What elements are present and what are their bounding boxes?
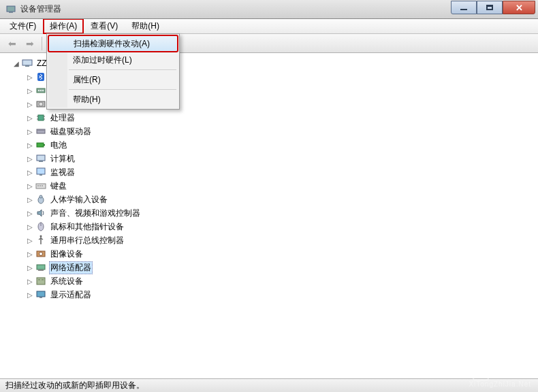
svg-rect-20 bbox=[37, 155, 45, 161]
svg-rect-2 bbox=[22, 60, 32, 65]
svg-rect-26 bbox=[39, 185, 41, 186]
tree-node-label: 通用串行总线控制器 bbox=[49, 234, 125, 247]
sound-icon bbox=[35, 208, 46, 218]
dropdown-item-label: 帮助(H) bbox=[73, 94, 101, 105]
forward-button[interactable]: ➡ bbox=[22, 36, 38, 51]
app-icon bbox=[5, 4, 16, 15]
bluetooth-icon bbox=[35, 71, 46, 82]
svg-rect-36 bbox=[38, 270, 44, 271]
expander-icon[interactable]: ◢ bbox=[12, 59, 20, 67]
svg-point-10 bbox=[39, 102, 43, 106]
arrow-right-icon: ➡ bbox=[26, 38, 34, 49]
expander-icon[interactable]: ▷ bbox=[26, 86, 34, 95]
tree-node-label: 系统设备 bbox=[49, 275, 84, 288]
hid-icon bbox=[35, 194, 46, 205]
back-button[interactable]: ⬅ bbox=[4, 36, 20, 51]
tree-node[interactable]: ▷计算机 bbox=[25, 152, 537, 165]
svg-rect-16 bbox=[37, 129, 45, 133]
port-icon bbox=[35, 85, 46, 96]
svg-rect-40 bbox=[37, 291, 45, 297]
dropdown-scan-hardware[interactable]: 扫描检测硬件改动(A) bbox=[48, 35, 178, 52]
dropdown-properties[interactable]: 属性(R) bbox=[48, 71, 178, 88]
menu-help[interactable]: 帮助(H) bbox=[125, 18, 166, 34]
menu-action[interactable]: 操作(A) bbox=[43, 18, 84, 34]
dropdown-item-label: 添加过时硬件(L) bbox=[73, 54, 132, 66]
close-button[interactable]: ✕ bbox=[503, 1, 535, 14]
expander-icon[interactable]: ▷ bbox=[26, 277, 34, 285]
tree-node-label: 声音、视频和游戏控制器 bbox=[49, 207, 142, 220]
toolbar-separator bbox=[42, 37, 42, 50]
expander-icon[interactable]: ▷ bbox=[26, 100, 34, 108]
svg-rect-39 bbox=[42, 279, 44, 280]
expander-icon[interactable]: ▷ bbox=[26, 114, 34, 122]
tree-node[interactable]: ▷电池 bbox=[25, 138, 537, 152]
tree-node[interactable]: ▷处理器 bbox=[25, 111, 537, 125]
svg-rect-37 bbox=[37, 278, 45, 284]
dropdown-separator bbox=[69, 69, 176, 70]
keyboard-icon bbox=[35, 180, 46, 191]
tree-node[interactable]: ▷网络适配器 bbox=[25, 261, 537, 274]
svg-rect-23 bbox=[39, 174, 42, 176]
svg-rect-38 bbox=[38, 279, 40, 280]
window-controls: ✕ bbox=[451, 1, 535, 14]
titlebar: 设备管理器 ✕ bbox=[0, 0, 538, 19]
svg-rect-4 bbox=[37, 73, 44, 81]
svg-rect-19 bbox=[44, 144, 45, 146]
battery-icon bbox=[35, 140, 46, 150]
expander-icon[interactable]: ▷ bbox=[26, 223, 34, 231]
dropdown-item-label: 扫描检测硬件改动(A) bbox=[74, 38, 150, 50]
expander-icon[interactable]: ▷ bbox=[26, 141, 34, 149]
tree-node[interactable]: ▷鼠标和其他指针设备 bbox=[25, 220, 537, 233]
tree-node[interactable]: ▷人体学输入设备 bbox=[25, 193, 537, 206]
expander-icon[interactable]: ▷ bbox=[26, 195, 34, 203]
tree-node-label: 人体学输入设备 bbox=[49, 193, 109, 206]
disk-icon bbox=[35, 99, 46, 110]
expander-icon[interactable]: ▷ bbox=[26, 236, 34, 244]
monitor-icon bbox=[35, 167, 46, 178]
dropdown-item-label: 属性(R) bbox=[73, 74, 101, 86]
expander-icon[interactable]: ▷ bbox=[26, 250, 34, 258]
menubar: 文件(F) 操作(A) 查看(V) 帮助(H) bbox=[0, 19, 538, 34]
expander-icon[interactable]: ▷ bbox=[26, 73, 34, 81]
tree-node[interactable]: ▷声音、视频和游戏控制器 bbox=[25, 206, 537, 220]
tree-node-label: 磁盘驱动器 bbox=[49, 125, 93, 138]
tree-node[interactable]: ▷监视器 bbox=[25, 165, 537, 179]
dropdown-add-legacy[interactable]: 添加过时硬件(L) bbox=[48, 52, 178, 68]
maximize-button[interactable] bbox=[477, 1, 503, 14]
menu-view[interactable]: 查看(V) bbox=[84, 18, 125, 34]
svg-point-8 bbox=[42, 90, 44, 91]
tree-node[interactable]: ▷显示适配器 bbox=[25, 288, 537, 301]
menu-file[interactable]: 文件(F) bbox=[3, 18, 43, 34]
tree-node[interactable]: ▷通用串行总线控制器 bbox=[25, 233, 537, 247]
svg-rect-35 bbox=[37, 265, 45, 270]
svg-rect-27 bbox=[42, 185, 43, 186]
expander-icon[interactable]: ▷ bbox=[26, 209, 34, 217]
expander-icon[interactable]: ▷ bbox=[26, 263, 34, 272]
svg-rect-41 bbox=[39, 297, 42, 298]
computer-icon bbox=[22, 58, 33, 69]
expander-icon[interactable]: ▷ bbox=[26, 291, 34, 299]
usb-icon bbox=[35, 235, 46, 246]
tree-node[interactable]: ▷系统设备 bbox=[25, 274, 537, 288]
svg-rect-3 bbox=[25, 65, 29, 67]
display-icon bbox=[35, 289, 46, 300]
svg-point-34 bbox=[39, 252, 43, 256]
computer-icon bbox=[35, 153, 46, 164]
svg-point-29 bbox=[39, 195, 42, 198]
expander-icon[interactable]: ▷ bbox=[26, 127, 34, 135]
dropdown-help[interactable]: 帮助(H) bbox=[48, 91, 178, 108]
tree-node-label: 网络适配器 bbox=[49, 261, 93, 274]
tree-node[interactable]: ▷键盘 bbox=[25, 179, 537, 193]
svg-rect-21 bbox=[39, 161, 43, 162]
tree-node-label: 电池 bbox=[49, 139, 68, 152]
svg-rect-0 bbox=[7, 6, 15, 12]
tree-node[interactable]: ▷磁盘驱动器 bbox=[25, 125, 537, 138]
tree-node-label: 图像设备 bbox=[49, 248, 84, 261]
tree-node[interactable]: ▷图像设备 bbox=[25, 247, 537, 261]
minimize-button[interactable] bbox=[451, 1, 477, 14]
svg-rect-1 bbox=[9, 12, 13, 13]
expander-icon[interactable]: ▷ bbox=[26, 168, 34, 176]
tree-node-label: 鼠标和其他指针设备 bbox=[49, 220, 125, 233]
expander-icon[interactable]: ▷ bbox=[26, 182, 34, 190]
expander-icon[interactable]: ▷ bbox=[26, 154, 34, 163]
